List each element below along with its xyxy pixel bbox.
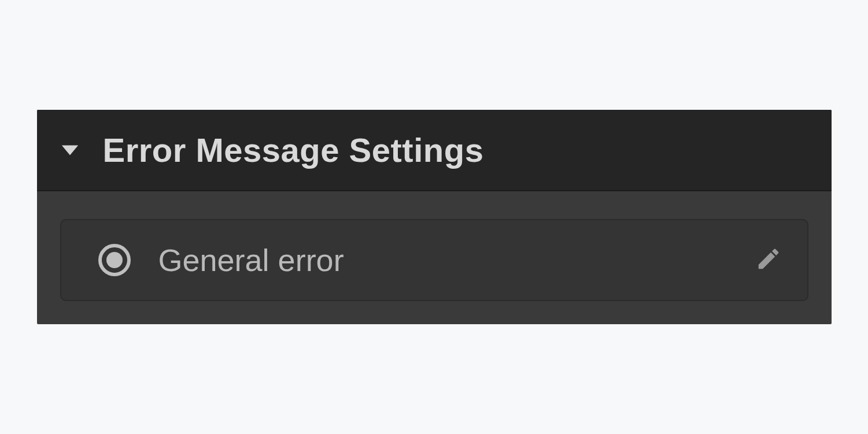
edit-button[interactable] [755,246,782,275]
error-message-label: General error [158,242,727,278]
pencil-icon [755,246,782,275]
panel-body: General error [37,191,832,324]
error-message-row[interactable]: General error [60,219,808,301]
chevron-down-icon [60,143,80,157]
radio-selected-icon[interactable] [98,244,131,276]
svg-marker-0 [61,145,77,155]
panel-header[interactable]: Error Message Settings [37,110,832,191]
error-message-settings-panel: Error Message Settings General error [37,110,832,324]
panel-title: Error Message Settings [103,131,484,169]
